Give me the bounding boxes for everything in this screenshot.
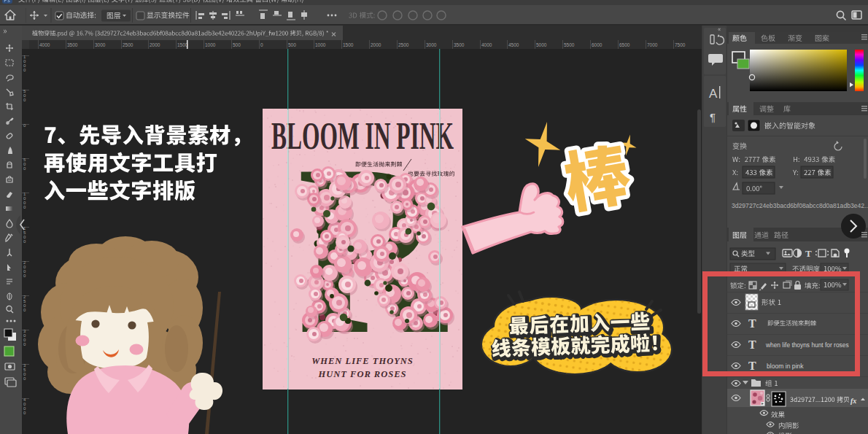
svg-text:1500: 1500 — [343, 42, 354, 47]
svg-text:1000: 1000 — [315, 42, 326, 47]
svg-text:2500: 2500 — [398, 42, 409, 47]
svg-text:HUNT FOR ROSES: HUNT FOR ROSES — [318, 369, 407, 379]
svg-text:6000: 6000 — [592, 42, 602, 47]
svg-text:500: 500 — [233, 42, 241, 47]
svg-text:4500: 4500 — [508, 42, 519, 47]
svg-text:500: 500 — [288, 42, 296, 47]
svg-text:3500: 3500 — [67, 42, 78, 47]
svg-text:6500: 6500 — [619, 42, 630, 47]
svg-text:¶: ¶ — [710, 111, 716, 123]
svg-text:T: T — [748, 360, 756, 372]
svg-text:A: A — [709, 87, 718, 101]
svg-text:7000: 7000 — [647, 42, 658, 47]
svg-text:T: T — [805, 248, 812, 259]
svg-text:2000: 2000 — [150, 42, 160, 47]
svg-text:BLOOM IN PINK: BLOOM IN PINK — [271, 115, 454, 157]
svg-text:5000: 5000 — [536, 42, 547, 47]
svg-text:T: T — [748, 317, 756, 330]
svg-text:5500: 5500 — [564, 42, 575, 47]
svg-text:1500: 1500 — [177, 42, 188, 47]
svg-text:2500: 2500 — [123, 42, 133, 47]
svg-text:3000: 3000 — [95, 42, 106, 47]
svg-text:fx: fx — [850, 397, 856, 405]
svg-text:4000: 4000 — [39, 42, 50, 47]
svg-text:3000: 3000 — [426, 42, 437, 47]
svg-text:1000: 1000 — [205, 42, 216, 47]
svg-text:T: T — [748, 338, 756, 351]
svg-text:3d29727c24eb3bacd6bf08abcc8d0a: 3d29727c24eb3bacd6bf08abcc8d0a81adb3e42.… — [732, 202, 868, 209]
svg-text:0: 0 — [260, 42, 263, 47]
svg-text:when life thoyns hunt for rose: when life thoyns hunt for roses — [765, 341, 849, 349]
svg-text:2000: 2000 — [371, 42, 381, 47]
svg-text:WHEN LIFE THOYNS: WHEN LIFE THOYNS — [311, 356, 414, 366]
svg-text:4000: 4000 — [481, 42, 492, 47]
svg-text:7500: 7500 — [675, 42, 686, 47]
svg-text:bloom in pink: bloom in pink — [767, 363, 804, 370]
svg-text:3500: 3500 — [454, 42, 465, 47]
